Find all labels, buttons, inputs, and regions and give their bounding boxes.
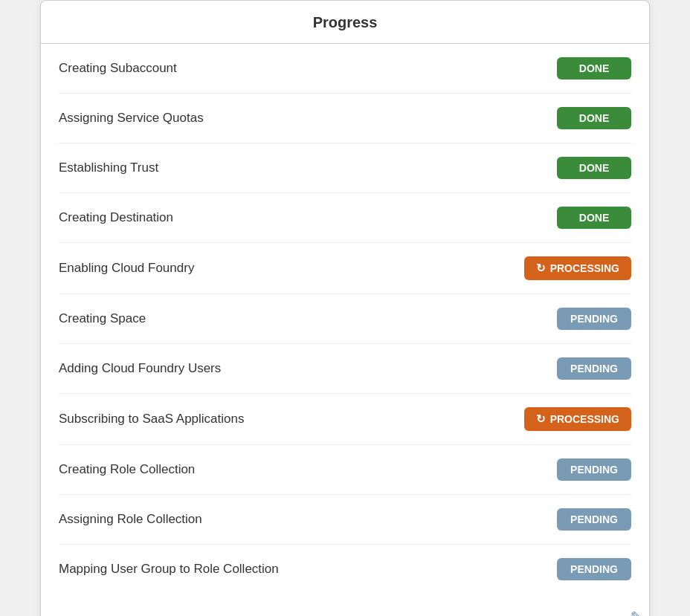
label-assigning-service-quotas: Assigning Service Quotas — [59, 111, 204, 126]
status-text-enabling-cloud-foundry: PROCESSING — [550, 262, 619, 274]
status-text-creating-subaccount: DONE — [579, 62, 609, 74]
processing-spin-icon: ↻ — [536, 412, 546, 426]
status-text-adding-cloud-foundry-users: PENDING — [570, 363, 618, 375]
badge-creating-role-collection: PENDING — [557, 458, 631, 481]
status-text-assigning-service-quotas: DONE — [579, 112, 609, 124]
card-body: Creating SubaccountDONEAssigning Service… — [41, 44, 649, 606]
label-establishing-trust: Establishing Trust — [59, 161, 158, 175]
label-assigning-role-collection: Assigning Role Collection — [59, 512, 202, 527]
status-text-assigning-role-collection: PENDING — [570, 513, 618, 525]
row-creating-space: Creating SpacePENDING — [59, 294, 631, 344]
row-establishing-trust: Establishing TrustDONE — [59, 143, 631, 193]
card-footer: ✎ — [41, 606, 649, 616]
label-mapping-user-group: Mapping User Group to Role Collection — [59, 562, 279, 577]
badge-assigning-service-quotas: DONE — [557, 107, 631, 129]
status-text-creating-destination: DONE — [579, 212, 609, 224]
progress-card: Progress Creating SubaccountDONEAssignin… — [40, 0, 650, 616]
badge-assigning-role-collection: PENDING — [557, 508, 631, 531]
badge-creating-destination: DONE — [557, 207, 631, 229]
row-assigning-service-quotas: Assigning Service QuotasDONE — [59, 94, 631, 143]
status-text-mapping-user-group: PENDING — [570, 563, 618, 575]
status-text-subscribing-to-saas: PROCESSING — [550, 413, 619, 425]
footer-icon: ✎ — [631, 609, 642, 616]
row-mapping-user-group: Mapping User Group to Role CollectionPEN… — [59, 545, 631, 594]
row-enabling-cloud-foundry: Enabling Cloud Foundry↻PROCESSING — [59, 243, 631, 294]
label-creating-role-collection: Creating Role Collection — [59, 462, 195, 477]
badge-creating-subaccount: DONE — [557, 57, 631, 80]
row-creating-role-collection: Creating Role CollectionPENDING — [59, 445, 631, 495]
row-assigning-role-collection: Assigning Role CollectionPENDING — [59, 495, 631, 545]
label-creating-subaccount: Creating Subaccount — [59, 61, 177, 76]
badge-enabling-cloud-foundry: ↻PROCESSING — [524, 256, 631, 280]
status-text-creating-role-collection: PENDING — [570, 464, 618, 476]
row-subscribing-to-saas: Subscribing to SaaS Applications↻PROCESS… — [59, 394, 631, 445]
label-enabling-cloud-foundry: Enabling Cloud Foundry — [59, 261, 194, 276]
badge-creating-space: PENDING — [557, 308, 631, 330]
processing-spin-icon: ↻ — [536, 262, 546, 275]
card-header: Progress — [41, 1, 649, 44]
badge-adding-cloud-foundry-users: PENDING — [557, 357, 631, 380]
label-creating-space: Creating Space — [59, 311, 146, 326]
label-subscribing-to-saas: Subscribing to SaaS Applications — [59, 412, 245, 427]
status-text-establishing-trust: DONE — [579, 162, 609, 174]
row-creating-destination: Creating DestinationDONE — [59, 193, 631, 243]
status-text-creating-space: PENDING — [570, 313, 618, 325]
badge-mapping-user-group: PENDING — [557, 558, 631, 580]
label-creating-destination: Creating Destination — [59, 210, 173, 225]
card-title: Progress — [313, 14, 378, 30]
badge-subscribing-to-saas: ↻PROCESSING — [524, 407, 631, 431]
label-adding-cloud-foundry-users: Adding Cloud Foundry Users — [59, 361, 221, 376]
badge-establishing-trust: DONE — [557, 157, 631, 179]
row-adding-cloud-foundry-users: Adding Cloud Foundry UsersPENDING — [59, 344, 631, 394]
row-creating-subaccount: Creating SubaccountDONE — [59, 44, 631, 94]
